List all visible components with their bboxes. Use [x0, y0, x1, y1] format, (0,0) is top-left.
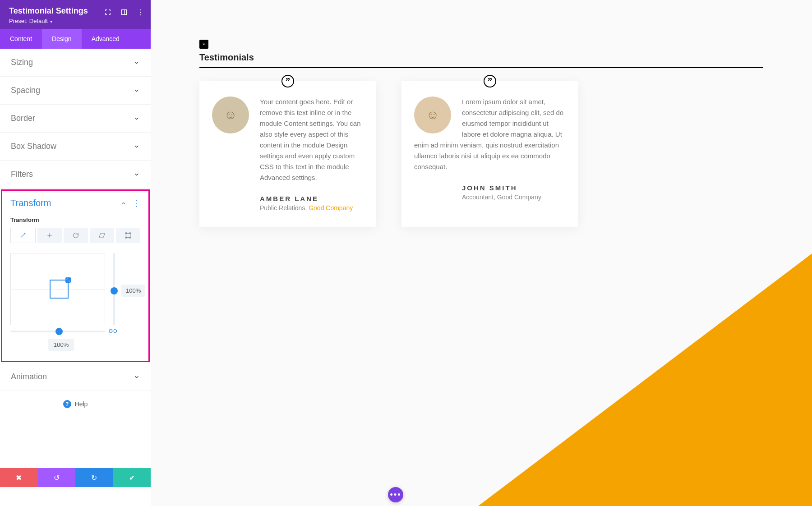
page-canvas: Testimonials ” ☺ Your content goes here.…	[151, 0, 812, 506]
section-animation[interactable]: Animation	[0, 363, 151, 391]
design-sections: Sizing Spacing Border Box Shadow Filters…	[0, 49, 151, 487]
caret-down-icon: ▾	[49, 19, 52, 24]
module-actions-fab[interactable]: •••	[388, 487, 403, 502]
decorative-triangle	[478, 253, 812, 506]
chevron-down-icon	[134, 171, 140, 178]
transform-sub-label: Transform	[10, 216, 140, 223]
save-button[interactable]: ✔	[113, 468, 151, 487]
transform-scale-tab[interactable]	[10, 228, 36, 243]
help-link[interactable]: ? Help	[0, 391, 151, 417]
section-box-shadow[interactable]: Box Shadow	[0, 133, 151, 161]
section-transform: Transform ⋮ Transform	[1, 189, 150, 362]
transform-skew-tab[interactable]	[90, 228, 114, 243]
panel-header: Testimonial Settings Preset: Default ▾ ⋮	[0, 0, 151, 29]
svg-line-2	[21, 233, 25, 237]
dock-icon[interactable]	[120, 8, 128, 16]
chevron-down-icon	[134, 115, 140, 122]
preset-selector[interactable]: Preset: Default ▾	[9, 18, 142, 24]
testimonial-role: Accountant, Good Company	[462, 193, 566, 201]
undo-button[interactable]: ↺	[38, 468, 76, 487]
cancel-button[interactable]: ✖	[0, 468, 38, 487]
section-spacing[interactable]: Spacing	[0, 77, 151, 105]
testimonial-card[interactable]: ” ☺ Your content goes here. Edit or remo…	[199, 81, 376, 227]
redo-button[interactable]: ↻	[75, 468, 113, 487]
chevron-down-icon	[134, 143, 140, 150]
section-sizing[interactable]: Sizing	[0, 49, 151, 77]
collapse-toggle[interactable]	[199, 40, 208, 49]
quote-icon: ”	[281, 75, 294, 87]
chevron-down-icon	[134, 60, 140, 66]
transform-tool-tabs	[10, 228, 140, 243]
focus-icon[interactable]	[104, 8, 112, 16]
testimonial-name: AMBER LANE	[260, 195, 364, 202]
transform-rotate-tab[interactable]	[64, 228, 88, 243]
quote-icon: ”	[484, 75, 496, 87]
svg-marker-5	[99, 234, 105, 237]
settings-tabs: Content Design Advanced	[0, 29, 151, 49]
chevron-up-icon[interactable]	[120, 200, 127, 207]
avatar: ☺	[414, 97, 451, 133]
svg-marker-12	[203, 44, 205, 45]
testimonial-role: Public Relations, Good Company	[260, 204, 364, 212]
vertical-scale-slider[interactable]: 100%	[110, 253, 119, 325]
testimonial-card[interactable]: ” ☺ Lorem ipsum dolor sit amet, consecte…	[401, 81, 578, 227]
testimonial-text: Your content goes here. Edit or remove t…	[260, 97, 364, 183]
transform-box[interactable]	[50, 280, 69, 299]
testimonial-name: JOHN SMITH	[462, 184, 566, 192]
tab-design[interactable]: Design	[42, 29, 82, 49]
horizontal-scale-slider[interactable]	[10, 327, 105, 336]
section-border[interactable]: Border	[0, 105, 151, 133]
transform-origin-tab[interactable]	[116, 228, 140, 243]
transform-header[interactable]: Transform ⋮	[10, 198, 140, 208]
section-header: Testimonials	[199, 40, 763, 68]
svg-rect-0	[122, 10, 127, 15]
panel-footer: ✖ ↺ ↻ ✔	[0, 468, 151, 487]
help-icon: ?	[63, 400, 71, 408]
tab-advanced[interactable]: Advanced	[82, 29, 129, 49]
link-axes-icon[interactable]	[109, 327, 117, 336]
title-underline	[199, 67, 763, 68]
section-title: Testimonials	[199, 52, 763, 63]
resize-handle-icon[interactable]	[65, 277, 71, 283]
horizontal-scale-value: 100%	[48, 339, 74, 351]
slider-thumb[interactable]	[55, 328, 63, 335]
tab-content[interactable]: Content	[0, 29, 42, 49]
slider-thumb[interactable]	[111, 287, 118, 294]
more-icon[interactable]: ⋮	[132, 199, 140, 207]
section-filters[interactable]: Filters	[0, 161, 151, 189]
panel-header-actions: ⋮	[104, 8, 144, 16]
avatar: ☺	[212, 97, 249, 133]
transform-translate-tab[interactable]	[37, 228, 62, 243]
company-text: Good Company	[497, 193, 541, 201]
vertical-scale-value: 100%	[121, 285, 145, 297]
settings-panel: Testimonial Settings Preset: Default ▾ ⋮…	[0, 0, 151, 487]
company-link[interactable]: Good Company	[309, 204, 353, 212]
testimonial-cards: ” ☺ Your content goes here. Edit or remo…	[199, 81, 578, 227]
chevron-down-icon	[134, 87, 140, 94]
more-icon[interactable]: ⋮	[136, 8, 144, 16]
transform-grid[interactable]	[10, 253, 105, 325]
transform-canvas-area: 100%	[10, 253, 140, 325]
chevron-down-icon	[134, 374, 140, 380]
